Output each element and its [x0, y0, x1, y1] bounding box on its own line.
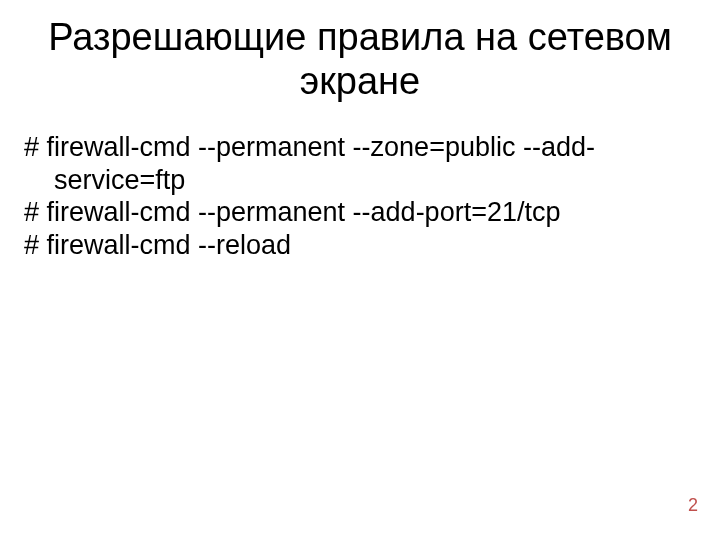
slide-container: Разрешающие правила на сетевом экране # …: [0, 0, 720, 540]
command-line-1a: # firewall-cmd --permanent --zone=public…: [24, 131, 696, 163]
command-line-3: # firewall-cmd --reload: [24, 229, 696, 261]
command-line-2: # firewall-cmd --permanent --add-port=21…: [24, 196, 696, 228]
slide-body: # firewall-cmd --permanent --zone=public…: [24, 131, 696, 261]
slide-title: Разрешающие правила на сетевом экране: [24, 16, 696, 103]
command-line-1b: service=ftp: [24, 164, 696, 196]
page-number: 2: [688, 495, 698, 516]
